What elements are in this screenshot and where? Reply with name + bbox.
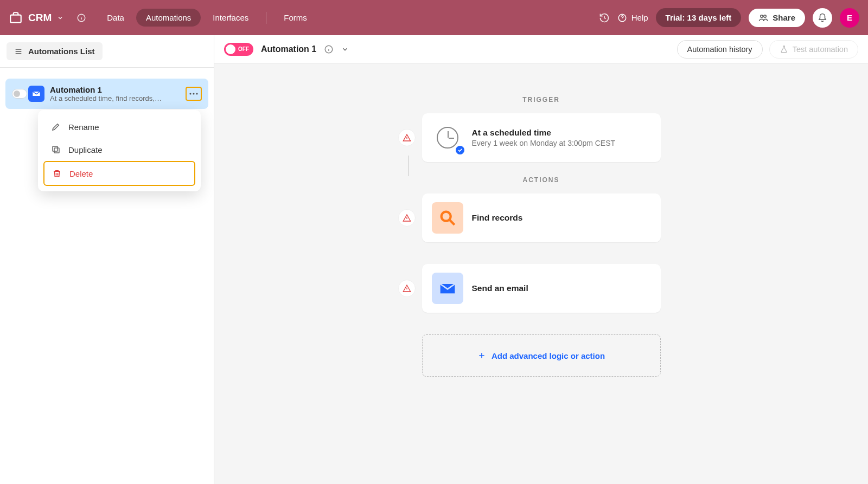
canvas: TRIGGER At a scheduled tim	[214, 63, 868, 484]
avatar[interactable]: E	[840, 8, 859, 28]
help-button[interactable]: Help	[617, 13, 648, 23]
topbar-right: Help Trial: 13 days left Share E	[599, 8, 859, 28]
warning-icon	[403, 284, 411, 293]
automation-card-menu-button[interactable]	[186, 87, 202, 101]
people-icon	[758, 13, 768, 23]
test-automation-label: Test automation	[793, 45, 848, 54]
automation-history-button[interactable]: Automation history	[677, 40, 763, 59]
main-nav: Data Automations Interfaces Forms	[97, 9, 316, 27]
brand[interactable]: CRM	[9, 11, 63, 25]
trigger-section-label: TRIGGER	[422, 96, 661, 104]
automation-history-label: Automation history	[687, 45, 752, 54]
plus-icon	[477, 351, 486, 360]
action2-title: Send an email	[472, 283, 528, 293]
automation-card-menu: Rename Duplicate Delete	[38, 110, 201, 191]
topbar: CRM Data Automations Interfaces Forms He…	[0, 0, 868, 35]
trash-icon	[52, 169, 62, 178]
automations-list-label: Automations List	[28, 47, 95, 56]
trigger-subtitle: Every 1 week on Monday at 3:00pm CEST	[472, 139, 616, 147]
actions-section-label: ACTIONS	[422, 176, 661, 184]
trigger-node[interactable]: At a scheduled time Every 1 week on Mond…	[422, 113, 661, 162]
automation-card-subtitle: At a scheduled time, find records,…	[50, 94, 180, 102]
sidebar-top: Automations List	[0, 35, 214, 67]
svg-point-11	[441, 212, 450, 221]
svg-point-4	[764, 15, 767, 17]
warning-badge[interactable]	[398, 209, 416, 227]
flask-icon	[780, 45, 788, 54]
menu-delete[interactable]: Delete	[43, 161, 195, 186]
list-icon	[14, 47, 23, 56]
menu-rename[interactable]: Rename	[43, 115, 195, 138]
ellipsis-icon	[189, 93, 198, 95]
warning-badge[interactable]	[398, 280, 416, 297]
trigger-title: At a scheduled time	[472, 128, 616, 138]
warning-badge[interactable]	[398, 129, 416, 146]
menu-rename-label: Rename	[68, 122, 99, 132]
share-button[interactable]: Share	[749, 9, 805, 27]
nav-data[interactable]: Data	[97, 9, 134, 27]
help-label: Help	[631, 13, 648, 22]
action-find-records[interactable]: Find records	[422, 193, 661, 242]
warning-icon	[403, 133, 411, 142]
automation-card-title: Automation 1	[50, 85, 180, 94]
chevron-down-icon	[57, 15, 63, 21]
chevron-down-icon[interactable]	[341, 46, 349, 53]
flow: TRIGGER At a scheduled tim	[422, 96, 661, 377]
trial-pill[interactable]: Trial: 13 days left	[656, 8, 742, 27]
info-icon[interactable]	[76, 13, 86, 23]
search-icon	[432, 202, 463, 234]
notifications-button[interactable]	[813, 8, 832, 28]
test-automation-button[interactable]: Test automation	[769, 40, 858, 59]
svg-point-5	[189, 93, 191, 94]
automation-toggle[interactable]: OFF	[224, 43, 253, 56]
action-send-email[interactable]: Send an email	[422, 264, 661, 313]
action1-title: Find records	[472, 213, 523, 223]
menu-duplicate-label: Duplicate	[68, 145, 103, 154]
main-header-right: Automation history Test automation	[677, 40, 858, 59]
menu-duplicate[interactable]: Duplicate	[43, 138, 195, 161]
connector-line	[408, 156, 409, 176]
check-badge-icon	[456, 146, 464, 154]
svg-point-3	[761, 15, 763, 17]
bell-icon	[818, 13, 827, 23]
briefcase-icon	[9, 11, 23, 25]
svg-point-7	[196, 93, 197, 94]
add-action-button[interactable]: Add advanced logic or action	[422, 334, 661, 377]
clock-icon	[432, 122, 463, 153]
brand-name: CRM	[28, 12, 52, 24]
automation-name[interactable]: Automation 1	[261, 44, 316, 54]
mail-icon	[432, 273, 463, 304]
nav-interfaces[interactable]: Interfaces	[203, 9, 258, 27]
help-icon	[617, 13, 627, 23]
pencil-icon	[51, 122, 61, 132]
svg-rect-8	[54, 148, 59, 153]
nav-divider	[266, 12, 266, 24]
info-icon[interactable]	[324, 44, 334, 54]
automation-card[interactable]: Automation 1 At a scheduled time, find r…	[5, 79, 208, 109]
menu-delete-label: Delete	[69, 169, 93, 178]
warning-icon	[403, 214, 411, 222]
automation-card-texts: Automation 1 At a scheduled time, find r…	[50, 85, 180, 102]
nav-forms[interactable]: Forms	[274, 9, 317, 27]
sidebar-body: Automation 1 At a scheduled time, find r…	[0, 68, 214, 120]
add-action-label: Add advanced logic or action	[492, 351, 605, 360]
svg-rect-0	[10, 15, 21, 22]
mail-icon	[28, 86, 44, 102]
duplicate-icon	[51, 145, 61, 154]
nav-automations[interactable]: Automations	[136, 9, 201, 27]
main-header: OFF Automation 1 Automation history Test…	[214, 35, 868, 63]
content: Automations List Automation 1 At a sched…	[0, 35, 868, 484]
history-icon[interactable]	[599, 12, 610, 23]
sidebar: Automations List Automation 1 At a sched…	[0, 35, 214, 484]
svg-rect-9	[53, 146, 58, 151]
svg-point-6	[193, 93, 194, 94]
main: OFF Automation 1 Automation history Test…	[214, 35, 868, 484]
share-label: Share	[773, 13, 795, 22]
automations-list-button[interactable]: Automations List	[7, 42, 103, 60]
automation-card-toggle[interactable]	[12, 89, 27, 99]
automation-toggle-label: OFF	[238, 46, 249, 52]
